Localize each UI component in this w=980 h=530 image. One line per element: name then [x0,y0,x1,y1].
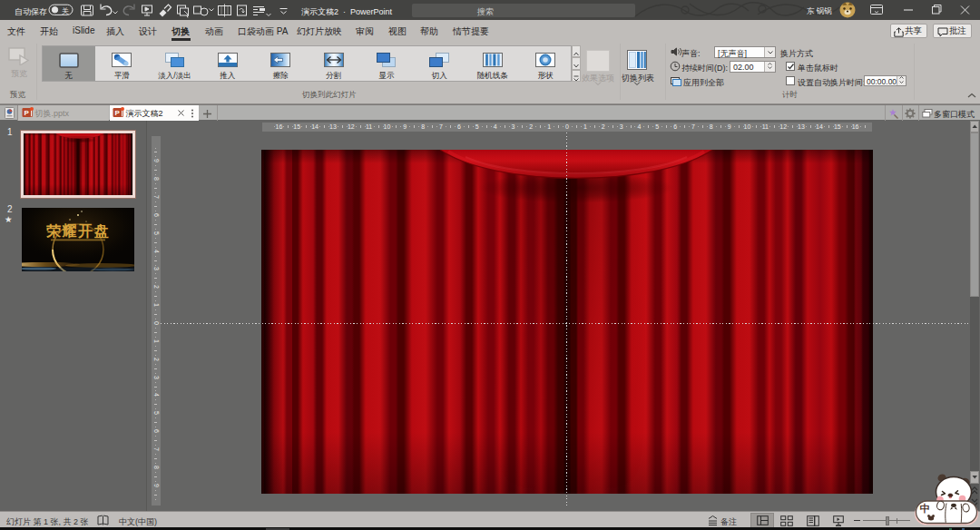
svg-text:P: P [24,109,29,117]
svg-text:荣耀开盘: 荣耀开盘 [46,223,110,239]
svg-text:中: 中 [920,503,930,514]
svg-text:P: P [115,109,121,117]
